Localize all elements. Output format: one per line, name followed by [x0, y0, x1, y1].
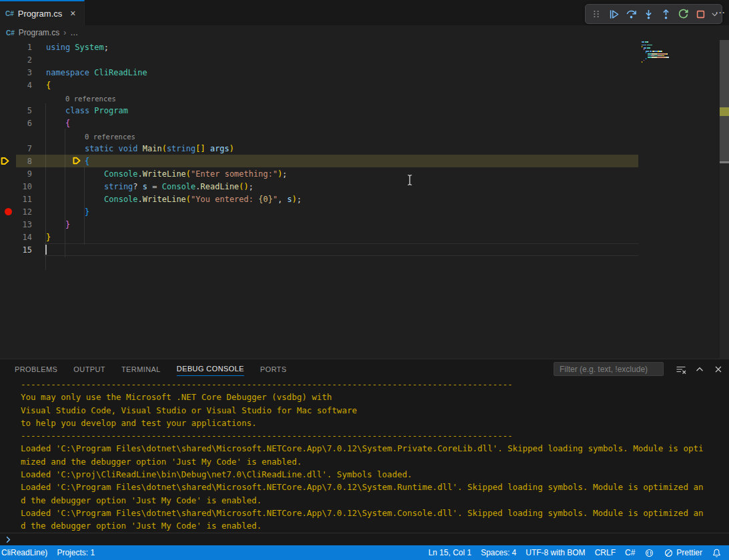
- repl-prompt[interactable]: [0, 533, 729, 545]
- console-line: Visual Studio Code, Visual Studio or Vis…: [0, 404, 729, 417]
- panel-tab-debug-console[interactable]: DEBUG CONSOLE: [177, 361, 244, 376]
- status-bar: CliReadLine)Projects: 1 Ln 15, Col 1Spac…: [0, 545, 729, 560]
- tab-label: Program.cs: [18, 9, 62, 19]
- codelens-references[interactable]: 0 references: [85, 133, 135, 142]
- console-line: mized and the debugger option 'Just My C…: [0, 455, 729, 468]
- status-projects-count[interactable]: Projects: 1: [52, 545, 99, 560]
- csharp-file-icon: C#: [5, 10, 14, 17]
- overview-ruler-exec-mark: [720, 107, 729, 116]
- line-number: 15: [17, 245, 32, 255]
- code-line-1[interactable]: 1using System;: [0, 41, 729, 53]
- status-debug-target[interactable]: CliReadLine): [0, 545, 52, 560]
- code-line-10[interactable]: 10string? s = Console.ReadLine();: [0, 180, 729, 193]
- disallow-icon: [664, 548, 674, 558]
- status-cursor-position[interactable]: Ln 15, Col 1: [424, 545, 476, 560]
- code-line-7[interactable]: 7static void Main(string[] args): [0, 142, 729, 155]
- code-line-3[interactable]: 3namespace CliReadLine: [0, 66, 729, 79]
- line-number: 9: [17, 169, 32, 179]
- status-label: CliReadLine): [1, 548, 47, 557]
- code-line-9[interactable]: 9Console.WriteLine("Enter something:");: [0, 167, 729, 180]
- status-formatter-prettier[interactable]: Prettier: [659, 545, 707, 560]
- breadcrumb[interactable]: C# Program.cs › …: [0, 25, 729, 40]
- panel-tab-problems[interactable]: PROBLEMS: [15, 362, 57, 376]
- codelens-row: 0 references: [0, 129, 729, 142]
- more-actions-button[interactable]: ⋯: [715, 7, 726, 19]
- line-number: 3: [17, 68, 32, 77]
- code-line-11[interactable]: 11Console.WriteLine("You entered: {0}", …: [0, 193, 729, 205]
- status-label: UTF-8 with BOM: [526, 548, 585, 557]
- step-into-icon: [643, 9, 654, 20]
- console-line: d the debugger option 'Just My Code' is …: [0, 519, 729, 532]
- breadcrumb-file[interactable]: Program.cs: [19, 28, 59, 37]
- bell-icon: [712, 548, 722, 558]
- code-line-5[interactable]: 5class Program: [0, 104, 729, 117]
- tab-program-cs[interactable]: C# Program.cs ×: [0, 0, 85, 25]
- code-line-4[interactable]: 4{: [0, 79, 729, 91]
- console-line: to help you develop and test your applic…: [0, 417, 729, 429]
- code-line-13[interactable]: 13}: [0, 218, 729, 231]
- breakpoint-icon[interactable]: [5, 208, 12, 215]
- drag-handle-button[interactable]: [588, 6, 604, 22]
- line-number: 11: [17, 195, 32, 204]
- status-label: Spaces: 4: [481, 548, 516, 557]
- step-out-button[interactable]: [658, 6, 674, 22]
- console-line: Loaded 'C:\Program Files\dotnet\shared\M…: [0, 481, 729, 493]
- clear-console-icon[interactable]: [675, 363, 686, 375]
- code-editor[interactable]: 1using System;23namespace CliReadLine4{0…: [0, 40, 729, 359]
- step-over-button[interactable]: [623, 6, 639, 22]
- panel-tab-ports[interactable]: PORTS: [260, 362, 287, 376]
- filter-input[interactable]: [554, 362, 664, 376]
- code-line-6[interactable]: 6{: [0, 117, 729, 129]
- panel-actions: [675, 363, 724, 375]
- restart-button[interactable]: [675, 6, 691, 22]
- line-number: 12: [17, 207, 32, 217]
- code-line-2[interactable]: 2: [0, 53, 729, 66]
- code-line-12[interactable]: 12}: [0, 205, 729, 218]
- line-number: 6: [17, 119, 32, 128]
- line-number: 8: [17, 157, 32, 166]
- line-number: 14: [17, 233, 32, 242]
- close-icon[interactable]: ×: [70, 9, 75, 18]
- breadcrumb-separator: ›: [63, 28, 66, 37]
- line-number: 7: [17, 144, 32, 153]
- execution-pointer-icon: [72, 156, 81, 167]
- debug-current-line-highlight: [16, 155, 638, 167]
- close-panel-icon[interactable]: [712, 363, 724, 375]
- csharp-file-icon: C#: [6, 29, 15, 37]
- debug-toolbar: [585, 4, 722, 24]
- status-label: Projects: 1: [57, 548, 95, 557]
- maximize-panel-icon[interactable]: [694, 363, 705, 375]
- codelens-references[interactable]: 0 references: [65, 95, 116, 104]
- continue-button[interactable]: [606, 6, 622, 22]
- minimap[interactable]: [642, 41, 692, 71]
- debug-console-output[interactable]: ----------------------------------------…: [0, 378, 729, 532]
- code-line-15[interactable]: 15: [0, 243, 729, 256]
- status-language-mode[interactable]: C#: [620, 545, 640, 560]
- status-label: CRLF: [595, 548, 616, 557]
- line-number: 4: [17, 81, 32, 90]
- status-project-status[interactable]: [640, 545, 659, 560]
- panel-tab-terminal[interactable]: TERMINAL: [121, 362, 161, 376]
- editor-scrollbar[interactable]: [720, 40, 729, 359]
- code-line-8[interactable]: 8{: [0, 155, 729, 167]
- text-cursor: [45, 245, 47, 255]
- console-line: You may only use the Microsoft .NET Core…: [0, 391, 729, 403]
- status-notifications[interactable]: [707, 545, 726, 560]
- status-indentation[interactable]: Spaces: 4: [476, 545, 521, 560]
- step-over-icon: [626, 9, 637, 20]
- console-line: Loaded 'C:\Program Files\dotnet\shared\M…: [0, 442, 729, 455]
- overview-ruler-cursor-mark: [720, 161, 729, 163]
- code-line-14[interactable]: 14}: [0, 231, 729, 243]
- status-eol-sequence[interactable]: CRLF: [590, 545, 620, 560]
- stop-button[interactable]: [692, 6, 708, 22]
- step-into-button[interactable]: [640, 6, 656, 22]
- execution-pointer-gutter-icon: [0, 156, 10, 166]
- breadcrumb-more[interactable]: …: [70, 28, 78, 37]
- panel-tab-output[interactable]: OUTPUT: [73, 362, 105, 376]
- status-label: Prettier: [676, 548, 702, 557]
- status-encoding[interactable]: UTF-8 with BOM: [521, 545, 590, 560]
- current-line-border: [44, 243, 638, 256]
- step-out-icon: [660, 9, 672, 20]
- scrollbar-thumb[interactable]: [720, 40, 729, 162]
- line-number: 10: [17, 182, 32, 191]
